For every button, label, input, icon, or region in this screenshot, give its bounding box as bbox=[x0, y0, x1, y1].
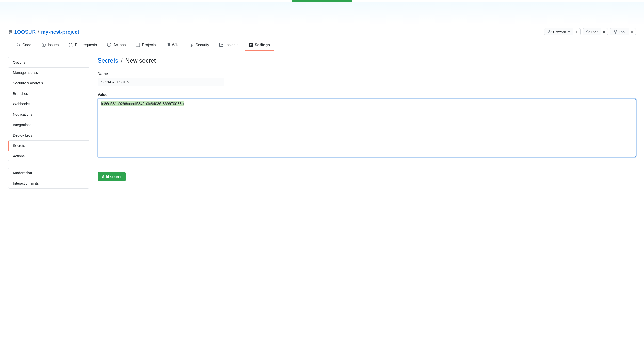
tab-wiki-label: Wiki bbox=[172, 42, 179, 47]
page-subtitle: New secret bbox=[125, 57, 156, 64]
tab-projects-label: Projects bbox=[142, 42, 156, 47]
secret-value-textarea[interactable] bbox=[98, 99, 636, 157]
tab-settings[interactable]: Settings bbox=[245, 40, 274, 51]
settings-menu: OptionsManage accessSecurity & analysisB… bbox=[8, 57, 89, 161]
code-icon bbox=[16, 43, 20, 47]
top-green-bar bbox=[292, 0, 352, 2]
tab-wiki[interactable]: Wiki bbox=[162, 40, 183, 51]
repo-title: 1OOSUR / my-nest-project bbox=[8, 29, 79, 35]
fork-button[interactable]: Fork bbox=[610, 28, 629, 35]
sidebar-item-notifications[interactable]: Notifications bbox=[8, 109, 89, 120]
tab-pulls-label: Pull requests bbox=[75, 42, 97, 47]
page-title: Secrets / New secret bbox=[98, 57, 636, 64]
play-icon bbox=[107, 43, 111, 47]
tab-code[interactable]: Code bbox=[12, 40, 36, 51]
book-icon bbox=[166, 43, 170, 47]
sidebar-item-interaction-limits[interactable]: Interaction limits bbox=[8, 178, 89, 188]
sidebar-item-branches[interactable]: Branches bbox=[8, 88, 89, 99]
tab-pulls[interactable]: Pull requests bbox=[65, 40, 101, 51]
value-label: Value bbox=[98, 92, 636, 97]
sidebar-item-webhooks[interactable]: Webhooks bbox=[8, 99, 89, 109]
breadcrumb-sep: / bbox=[121, 57, 123, 64]
repo-sep: / bbox=[38, 29, 39, 35]
content: Secrets / New secret Name Value fc86d531… bbox=[98, 57, 636, 195]
repo-actions: Unwatch 1 Star 0 Fork 0 bbox=[544, 28, 636, 35]
issue-icon bbox=[42, 43, 46, 47]
sidebar-item-actions[interactable]: Actions bbox=[8, 151, 89, 161]
gear-icon bbox=[249, 43, 253, 47]
eye-icon bbox=[548, 30, 552, 34]
fork-icon bbox=[613, 30, 617, 34]
graph-icon bbox=[219, 43, 223, 47]
tab-insights-label: Insights bbox=[226, 42, 239, 47]
repo-owner-link[interactable]: 1OOSUR bbox=[14, 29, 36, 35]
fork-label: Fork bbox=[619, 30, 625, 34]
tab-actions-label: Actions bbox=[113, 42, 126, 47]
sidebar-item-options[interactable]: Options bbox=[8, 57, 89, 68]
forks-count[interactable]: 0 bbox=[629, 28, 636, 35]
tab-security-label: Security bbox=[196, 42, 209, 47]
tab-security[interactable]: Security bbox=[185, 40, 213, 51]
chevron-down-icon bbox=[568, 31, 570, 32]
add-secret-button[interactable]: Add secret bbox=[98, 172, 126, 181]
pull-request-icon bbox=[69, 43, 73, 47]
star-label: Star bbox=[591, 30, 598, 34]
stars-count[interactable]: 0 bbox=[601, 28, 608, 35]
main: OptionsManage accessSecurity & analysisB… bbox=[0, 51, 644, 201]
moderation-menu: Moderation Interaction limits bbox=[8, 168, 89, 189]
star-button[interactable]: Star bbox=[583, 28, 601, 35]
shield-icon bbox=[189, 43, 194, 47]
secrets-breadcrumb-link[interactable]: Secrets bbox=[98, 57, 118, 64]
repo-name-link[interactable]: my-nest-project bbox=[41, 29, 79, 35]
tab-code-label: Code bbox=[22, 42, 31, 47]
project-icon bbox=[136, 43, 140, 47]
sidebar-item-manage-access[interactable]: Manage access bbox=[8, 68, 89, 78]
tab-settings-label: Settings bbox=[255, 42, 270, 47]
tab-actions[interactable]: Actions bbox=[103, 40, 130, 51]
repo-head: 1OOSUR / my-nest-project Unwatch 1 Star … bbox=[0, 24, 644, 51]
star-icon bbox=[586, 30, 590, 34]
name-label: Name bbox=[98, 71, 636, 76]
repo-tabnav: Code Issues Pull requests Actions Projec… bbox=[8, 40, 636, 51]
tab-insights[interactable]: Insights bbox=[215, 40, 243, 51]
watchers-count[interactable]: 1 bbox=[573, 28, 580, 35]
sidebar-item-security-analysis[interactable]: Security & analysis bbox=[8, 78, 89, 88]
settings-sidebar: OptionsManage accessSecurity & analysisB… bbox=[8, 57, 89, 195]
sidebar-item-secrets[interactable]: Secrets bbox=[8, 141, 89, 151]
unwatch-label: Unwatch bbox=[553, 30, 566, 34]
tab-issues-label: Issues bbox=[48, 42, 59, 47]
tab-projects[interactable]: Projects bbox=[132, 40, 160, 51]
top-edge bbox=[0, 0, 644, 2]
tab-issues[interactable]: Issues bbox=[38, 40, 63, 51]
secret-name-input[interactable] bbox=[98, 78, 224, 86]
repo-icon bbox=[8, 30, 12, 34]
title-divider bbox=[98, 66, 636, 66]
header-banner bbox=[0, 2, 644, 24]
unwatch-button[interactable]: Unwatch bbox=[544, 28, 573, 35]
sidebar-item-deploy-keys[interactable]: Deploy keys bbox=[8, 130, 89, 141]
moderation-heading: Moderation bbox=[8, 168, 89, 178]
sidebar-item-integrations[interactable]: Integrations bbox=[8, 120, 89, 130]
